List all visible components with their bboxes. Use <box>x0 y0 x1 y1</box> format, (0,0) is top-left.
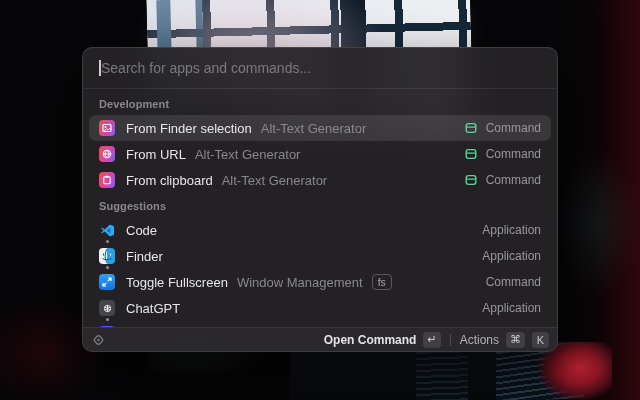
cmd-key-badge: ⌘ <box>506 332 525 348</box>
section-header: Development <box>83 91 557 115</box>
k-key-badge: K <box>532 332 549 348</box>
list-item[interactable]: ChatGPT Application <box>89 295 551 321</box>
item-title: Finder <box>126 249 163 264</box>
item-subtitle: Alt-Text Generator <box>195 147 301 162</box>
search-input[interactable] <box>83 48 557 88</box>
list-item[interactable]: Finder Application <box>89 243 551 269</box>
running-indicator-dot <box>106 240 109 243</box>
launcher-window: Development From Finder selection Alt-Te… <box>82 47 558 352</box>
framer-icon <box>99 326 115 327</box>
chatgpt-icon <box>99 300 115 316</box>
command-icon <box>464 121 479 136</box>
item-type-label: Command <box>486 275 541 289</box>
divider <box>450 334 451 346</box>
item-type-label: Application <box>482 301 541 315</box>
item-type-label: Command <box>486 121 541 135</box>
item-type-label: Application <box>482 249 541 263</box>
list-item[interactable]: From clipboard Alt-Text Generator Comman… <box>89 167 551 193</box>
raycast-logo-icon <box>91 332 106 347</box>
vscode-icon <box>99 222 115 238</box>
finder-icon <box>99 248 115 264</box>
command-icon <box>464 173 479 188</box>
item-type-label: Command <box>486 147 541 161</box>
alt-text-finder-selection-icon <box>99 120 115 136</box>
item-title: Toggle Fullscreen <box>126 275 228 290</box>
alt-text-url-icon <box>99 146 115 162</box>
search-bar <box>83 48 557 88</box>
item-title: From clipboard <box>126 173 213 188</box>
open-command-label: Open Command <box>324 333 417 347</box>
item-title: Code <box>126 223 157 238</box>
item-type-label: Command <box>486 173 541 187</box>
section-header: Suggestions <box>83 193 557 217</box>
window-management-icon <box>99 274 115 290</box>
command-icon <box>464 147 479 162</box>
item-subtitle: Alt-Text Generator <box>261 121 367 136</box>
results-list: Development From Finder selection Alt-Te… <box>83 89 557 327</box>
item-type-label: Application <box>482 223 541 237</box>
window-blinds <box>416 352 468 400</box>
alt-text-clipboard-icon <box>99 172 115 188</box>
item-title: From Finder selection <box>126 121 252 136</box>
list-item[interactable]: From URL Alt-Text Generator Command <box>89 141 551 167</box>
footer-bar: Open Command ↵ Actions ⌘ K <box>83 327 557 351</box>
item-title: From URL <box>126 147 186 162</box>
return-key-badge: ↵ <box>423 332 440 348</box>
list-item[interactable]: Code Application <box>89 217 551 243</box>
item-subtitle: Alt-Text Generator <box>222 173 328 188</box>
item-title: ChatGPT <box>126 301 180 316</box>
actions-button[interactable]: Actions <box>460 333 499 347</box>
item-alias-badge: fs <box>372 274 392 290</box>
list-item[interactable]: From Finder selection Alt-Text Generator… <box>89 115 551 141</box>
teal-reflection <box>556 148 640 298</box>
list-item[interactable]: Toggle Fullscreen Window Management fs C… <box>89 269 551 295</box>
running-indicator-dot <box>106 318 109 321</box>
item-subtitle: Window Management <box>237 275 363 290</box>
running-indicator-dot <box>106 266 109 269</box>
